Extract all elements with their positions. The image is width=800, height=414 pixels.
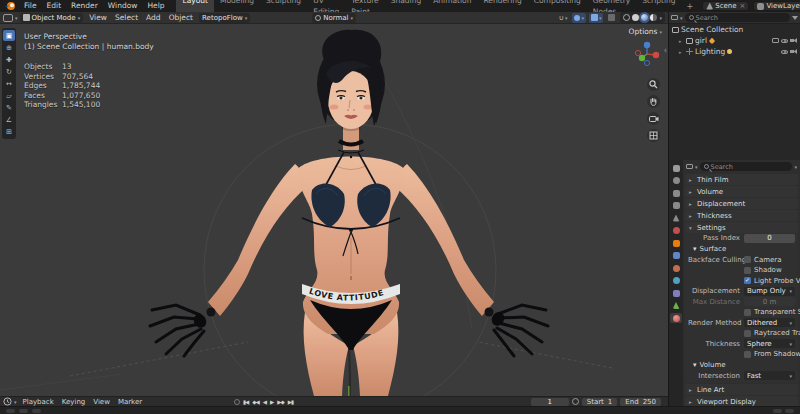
- transform-orientation-dropdown[interactable]: Normal ▾: [312, 13, 356, 23]
- rendered-shading-icon[interactable]: [650, 14, 657, 21]
- timeline-menu-item[interactable]: View: [89, 397, 114, 407]
- prev-keyframe-button[interactable]: ◆◀: [251, 399, 259, 405]
- timeline-editor-icon[interactable]: [3, 397, 12, 406]
- expand-arrow-icon[interactable]: ▸: [679, 38, 684, 44]
- outliner-row-lighting[interactable]: ▸ Lighting: [669, 46, 800, 57]
- tab-tool-icon[interactable]: [670, 163, 682, 173]
- outliner-search-input[interactable]: Search: [685, 13, 790, 22]
- outliner-row-scene-collection[interactable]: Scene Collection: [669, 24, 800, 35]
- tab-object-data-icon[interactable]: [670, 301, 682, 311]
- camera-view-icon[interactable]: [647, 112, 660, 125]
- play-reverse-button[interactable]: ◀: [262, 399, 267, 405]
- material-preview-shading-icon[interactable]: [641, 14, 648, 21]
- topbar-menu-item[interactable]: Edit: [42, 0, 67, 12]
- pan-hand-icon[interactable]: [647, 95, 660, 108]
- tab-output-icon[interactable]: [670, 188, 682, 198]
- overlays-toggle-icon[interactable]: [606, 13, 617, 23]
- tab-material-icon[interactable]: [670, 313, 682, 323]
- from-shadow-checkbox[interactable]: [744, 351, 751, 358]
- topbar-menu-item[interactable]: Render: [66, 0, 103, 12]
- raytraced-transmission-checkbox[interactable]: [744, 330, 751, 337]
- thickness-dropdown[interactable]: Sphere▾: [744, 339, 795, 348]
- displacement-dropdown[interactable]: Bump Only▾: [744, 287, 795, 296]
- rotate-tool[interactable]: ↻: [3, 66, 15, 77]
- hide-in-viewport-icon[interactable]: [781, 39, 788, 43]
- add-workspace-button[interactable]: +: [683, 2, 698, 11]
- keying-set-icon[interactable]: [572, 398, 579, 405]
- end-frame-field[interactable]: End 250: [620, 398, 661, 406]
- timeline-menu-item[interactable]: Playback: [19, 397, 58, 407]
- xray-toggle-icon[interactable]: ▾: [589, 13, 604, 23]
- filter-icon[interactable]: [792, 16, 798, 20]
- tab-render-icon[interactable]: [670, 176, 682, 186]
- timeline-menu-item[interactable]: Marker: [114, 397, 146, 407]
- panel-header[interactable]: ▸Volume: [685, 186, 798, 197]
- expand-arrow-icon[interactable]: ▸: [679, 49, 684, 55]
- volume-subpanel-header[interactable]: ▾Volume: [685, 360, 798, 371]
- zoom-icon[interactable]: [647, 78, 660, 91]
- pass-index-slider[interactable]: 0: [744, 234, 795, 243]
- tab-physics-icon[interactable]: [670, 276, 682, 286]
- tab-particles-icon[interactable]: [670, 263, 682, 273]
- panel-header[interactable]: ▸Displacement: [685, 198, 798, 209]
- transform-tool[interactable]: ▱: [3, 90, 15, 101]
- hide-in-viewport-icon[interactable]: [781, 50, 788, 54]
- mode-dropdown[interactable]: Object Mode ▾: [20, 13, 84, 23]
- tab-world-icon[interactable]: [670, 226, 682, 236]
- options-dropdown[interactable]: Options ▾: [629, 27, 662, 36]
- add-cube-tool[interactable]: ⊞: [3, 126, 15, 137]
- scale-tool[interactable]: ↔: [3, 78, 15, 89]
- sidebar-toggle-icon[interactable]: ‹: [664, 46, 667, 55]
- max-distance-field[interactable]: 0 m: [744, 297, 795, 306]
- screen-visibility-icon[interactable]: [772, 38, 779, 43]
- unlink-scene-icon[interactable]: ×: [739, 2, 746, 10]
- disable-in-render-icon[interactable]: [790, 38, 797, 43]
- select-box-tool[interactable]: ▣: [3, 30, 15, 41]
- scene-selector[interactable]: Scene ×: [702, 1, 749, 11]
- current-frame-field[interactable]: 1: [531, 398, 569, 406]
- panel-header[interactable]: ▸Thickness: [685, 210, 798, 221]
- outliner-row-girl[interactable]: ▸ girl: [669, 35, 800, 46]
- viewport-menu-item[interactable]: Select: [111, 12, 142, 24]
- next-keyframe-button[interactable]: ▶◆: [276, 399, 284, 405]
- auto-keying-icon[interactable]: [234, 399, 240, 405]
- properties-search-input[interactable]: Search: [700, 162, 793, 171]
- viewport-menu-item[interactable]: Add: [142, 12, 165, 24]
- move-tool[interactable]: ✚: [3, 54, 15, 65]
- topbar-menu-item[interactable]: Window: [103, 0, 143, 12]
- disable-in-render-icon[interactable]: [790, 49, 797, 54]
- blender-logo-icon[interactable]: [4, 1, 16, 11]
- proportional-edit-icon[interactable]: ▾: [572, 13, 586, 23]
- 3d-viewport[interactable]: LOVE ATTITUDE ▣ ⊕ ✚ ↻ ↔ ▱ ✎ ∠ ⊞: [0, 24, 668, 396]
- properties-editor-icon[interactable]: [686, 164, 693, 169]
- solid-shading-icon[interactable]: [632, 14, 639, 21]
- annotate-tool[interactable]: ✎: [3, 102, 15, 113]
- surface-subpanel-header[interactable]: ▾Surface: [685, 244, 798, 255]
- transparent-shadows-checkbox[interactable]: [744, 309, 751, 316]
- snap-magnet-icon[interactable]: ∪▾: [557, 13, 570, 23]
- character-model-girl[interactable]: LOVE ATTITUDE: [150, 30, 548, 396]
- retopoflow-menu[interactable]: RetopoFlow ▾: [199, 13, 250, 23]
- topbar-menu-item[interactable]: Help: [142, 0, 169, 12]
- navigation-gizmo[interactable]: [633, 40, 661, 68]
- outliner-editor-icon[interactable]: [671, 15, 678, 20]
- tab-view-layer-icon[interactable]: [670, 201, 682, 211]
- viewport-menu-item[interactable]: View: [85, 12, 111, 24]
- wireframe-shading-icon[interactable]: [623, 14, 630, 21]
- topbar-menu-item[interactable]: File: [19, 0, 42, 12]
- tab-modifiers-icon[interactable]: [670, 251, 682, 261]
- tab-scene-icon[interactable]: [670, 213, 682, 223]
- viewport-menu-item[interactable]: Object: [165, 12, 197, 24]
- play-button[interactable]: ▶: [269, 399, 274, 405]
- camera-checkbox[interactable]: [744, 256, 751, 263]
- tab-constraints-icon[interactable]: [670, 288, 682, 298]
- view-layer-selector[interactable]: ViewLayer ×: [753, 1, 800, 11]
- intersection-dropdown[interactable]: Fast▾: [744, 371, 795, 380]
- options-icon[interactable]: ▾: [794, 164, 797, 170]
- jump-to-start-button[interactable]: ▮◀: [242, 399, 249, 405]
- settings-panel-header[interactable]: ▾Settings: [685, 222, 798, 233]
- start-frame-field[interactable]: Start 1: [582, 398, 618, 406]
- tab-object-icon[interactable]: [670, 238, 682, 248]
- editor-type-icon[interactable]: [3, 14, 13, 22]
- panel-header[interactable]: ▸Line Art: [685, 384, 798, 395]
